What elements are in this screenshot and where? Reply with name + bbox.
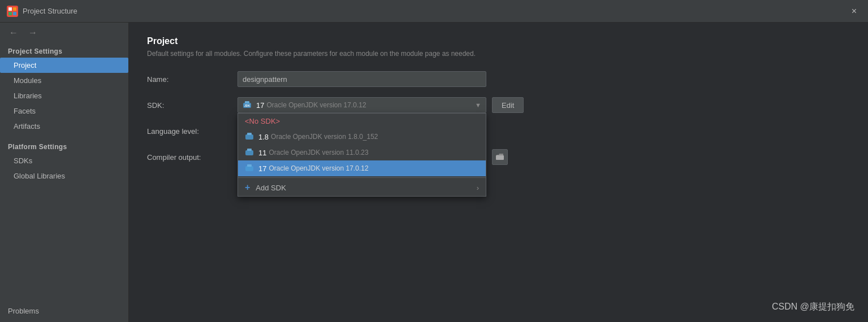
project-structure-window: Project Structure × ← → Project Settings… (0, 0, 868, 322)
back-button[interactable]: ← (6, 27, 21, 39)
sidebar: ← → Project Settings Project Modules Lib… (0, 23, 129, 322)
name-row: Name: (147, 71, 850, 87)
svg-rect-9 (247, 133, 252, 135)
sdk-label: SDK: (147, 101, 237, 110)
sdk-dropdown[interactable]: JDK 17 Oracle OpenJDK version 17.0.12 ▼ (237, 97, 486, 113)
sidebar-item-libraries[interactable]: Libraries (0, 88, 128, 103)
dropdown-divider (238, 177, 486, 178)
jdk-11-icon (245, 148, 254, 157)
svg-rect-4 (13, 12, 16, 15)
compiler-output-label: Compiler output: (147, 153, 237, 162)
sidebar-item-artifacts[interactable]: Artifacts (0, 119, 128, 134)
app-icon (7, 6, 18, 17)
svg-rect-14 (496, 155, 504, 160)
sdk-option-11[interactable]: 11 Oracle OpenJDK version 11.0.23 (238, 145, 486, 160)
sdk-option-no-sdk[interactable]: <No SDK> (238, 114, 486, 129)
sdk-selected-version: 17 (256, 101, 264, 110)
sidebar-item-global-libraries[interactable]: Global Libraries (0, 168, 128, 184)
platform-settings-header: Platform Settings (0, 138, 128, 153)
language-level-label: Language level: (147, 127, 237, 136)
jdk-17-icon (245, 164, 254, 173)
sidebar-item-modules[interactable]: Modules (0, 73, 128, 88)
problems-section: Problems (0, 300, 128, 322)
jdk-icon: JDK (243, 101, 252, 110)
sdk-dropdown-menu: <No SDK> 1.8 Oracle OpenJDK version 1.8.… (237, 113, 486, 197)
sidebar-item-facets[interactable]: Facets (0, 103, 128, 119)
window-title: Project Structure (23, 7, 847, 15)
svg-rect-2 (13, 7, 16, 11)
sdk-dropdown-arrow: ▼ (475, 102, 481, 108)
edit-button[interactable]: Edit (492, 97, 524, 113)
problems-item[interactable]: Problems (8, 304, 120, 317)
add-icon: + (245, 182, 250, 193)
folder-button[interactable] (492, 149, 508, 165)
title-bar: Project Structure × (0, 0, 868, 23)
svg-rect-11 (247, 149, 252, 151)
svg-rect-12 (245, 166, 253, 171)
sidebar-item-sdks[interactable]: SDKs (0, 153, 128, 168)
jdk-1-8-icon (245, 132, 254, 141)
page-description: Default settings for all modules. Config… (147, 50, 850, 58)
svg-rect-8 (245, 134, 253, 140)
close-button[interactable]: × (847, 4, 861, 19)
page-title: Project (147, 36, 850, 46)
svg-rect-3 (8, 12, 12, 15)
svg-text:JDK: JDK (244, 104, 250, 107)
watermark: CSDN @康提扣狗免 (772, 301, 854, 313)
add-sdk-option[interactable]: + Add SDK › (238, 179, 486, 196)
svg-rect-6 (245, 101, 249, 103)
name-input[interactable] (237, 71, 486, 87)
name-label: Name: (147, 75, 237, 84)
nav-bar: ← → (0, 23, 128, 43)
sdk-selected-detail: Oracle OpenJDK version 17.0.12 (266, 101, 366, 109)
svg-rect-1 (8, 7, 12, 11)
sidebar-item-project[interactable]: Project (0, 58, 128, 73)
add-sdk-arrow: › (477, 184, 479, 192)
svg-rect-10 (245, 150, 253, 155)
content-area: Project Default settings for all modules… (129, 23, 868, 322)
sdk-row: SDK: JDK 17 Oracle OpenJDK version 17.0.… (147, 97, 850, 113)
sdk-option-1-8[interactable]: 1.8 Oracle OpenJDK version 1.8.0_152 (238, 129, 486, 145)
sdk-option-17[interactable]: 17 Oracle OpenJDK version 17.0.12 (238, 160, 486, 176)
svg-rect-13 (247, 164, 252, 167)
forward-button[interactable]: → (25, 27, 41, 39)
project-settings-header: Project Settings (0, 43, 128, 58)
main-content: ← → Project Settings Project Modules Lib… (0, 23, 868, 322)
